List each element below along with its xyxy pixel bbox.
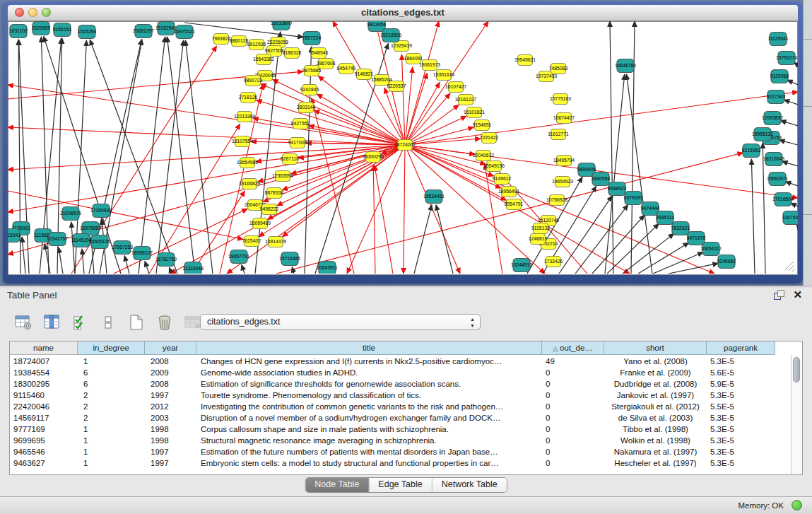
graph-node[interactable]: 9890723 bbox=[244, 76, 263, 86]
graph-node[interactable]: 2935114 bbox=[656, 211, 674, 225]
table-cell[interactable]: 0 bbox=[542, 435, 604, 446]
table-cell[interactable]: 9699695 bbox=[10, 435, 78, 446]
graph-node[interactable]: 8471676 bbox=[687, 232, 706, 245]
graph-node[interactable]: 8954791 bbox=[505, 199, 524, 210]
graph-node[interactable]: 17359939 bbox=[90, 204, 112, 218]
table-cell[interactable]: Embryonic stem cells: a model to study s… bbox=[196, 457, 542, 469]
graph-node[interactable]: 9548546 bbox=[310, 48, 329, 59]
table-cell[interactable]: 0 bbox=[542, 457, 604, 469]
table-row[interactable]: 2242004622012Investigating the contribut… bbox=[10, 401, 791, 412]
graph-node[interactable]: 15958131 bbox=[752, 128, 773, 141]
graph-node[interactable]: 13505135 bbox=[89, 235, 110, 249]
table-cell[interactable]: Tourette syndrome. Phenomenology and cla… bbox=[196, 390, 542, 401]
table-cell[interactable]: 2008 bbox=[145, 378, 196, 390]
table-cell[interactable]: Structural magnetic resonance image aver… bbox=[196, 435, 542, 446]
graph-node[interactable]: 9155151 bbox=[53, 23, 72, 37]
table-cell[interactable]: 1 bbox=[78, 435, 145, 446]
table-cell[interactable]: 1997 bbox=[145, 457, 196, 469]
table-cell[interactable]: 6 bbox=[78, 378, 145, 390]
show-column-icon[interactable] bbox=[42, 314, 61, 331]
network-canvas[interactable]: 1872400718300295280314412213364842755218… bbox=[8, 21, 798, 275]
memory-ok-icon[interactable] bbox=[792, 500, 802, 510]
graph-node[interactable]: 11129541 bbox=[767, 33, 788, 46]
tab-network-table[interactable]: Network Table bbox=[433, 478, 507, 492]
graph-node[interactable]: 15549196 bbox=[483, 161, 505, 172]
table-cell[interactable]: 5.5E-5 bbox=[707, 401, 775, 412]
column-header-in_degree[interactable]: in_degree bbox=[78, 341, 145, 355]
table-cell[interactable]: 2009 bbox=[145, 367, 196, 378]
tab-edge-table[interactable]: Edge Table bbox=[369, 478, 432, 492]
table-cell[interactable]: 5.9E-5 bbox=[707, 378, 775, 390]
graph-node[interactable]: 2620659 bbox=[32, 22, 51, 35]
table-cell[interactable]: 2 bbox=[78, 390, 145, 401]
graph-node[interactable]: 18495794 bbox=[553, 156, 575, 166]
graph-node[interactable]: 9129966 bbox=[770, 70, 789, 83]
graph-node[interactable]: 11145194 bbox=[71, 234, 91, 247]
close-panel-icon[interactable]: ✕ bbox=[793, 290, 802, 300]
graph-node[interactable]: 9245652 bbox=[717, 255, 736, 269]
table-cell[interactable]: Nakamura et al. (1997) bbox=[604, 446, 707, 457]
graph-node[interactable]: 16975887 bbox=[80, 222, 101, 235]
table-cell[interactable]: 6 bbox=[78, 367, 145, 378]
table-cell[interactable]: 5.3E-5 bbox=[707, 424, 775, 435]
graph-node[interactable]: 10654112 bbox=[700, 243, 722, 256]
graph-node[interactable]: 9149612 bbox=[493, 174, 512, 185]
table-cell[interactable]: 1 bbox=[78, 457, 145, 469]
table-cell[interactable]: Hescheler et al. (1997) bbox=[604, 457, 707, 469]
graph-node[interactable]: 16543382 bbox=[253, 54, 274, 65]
graph-node[interactable]: 15751074 bbox=[776, 52, 797, 65]
graph-node[interactable]: 7857224 bbox=[302, 32, 322, 45]
graph-node[interactable]: 1515294 bbox=[78, 25, 97, 39]
table-cell[interactable]: 5.3E-5 bbox=[707, 457, 775, 469]
select-columns-icon[interactable] bbox=[71, 314, 89, 331]
graph-node[interactable]: 19061973 bbox=[419, 60, 440, 71]
table-cell[interactable]: Wolkin et al. (1998) bbox=[604, 435, 707, 446]
graph-node[interactable]: 16099489 bbox=[249, 218, 271, 229]
graph-node[interactable]: 16101821 bbox=[464, 107, 485, 118]
table-cell[interactable]: de Silva et al. (2003) bbox=[604, 412, 707, 424]
graph-node[interactable]: 20643911 bbox=[317, 262, 338, 274]
graph-node[interactable]: 16210643 bbox=[763, 153, 784, 166]
column-header-short[interactable]: short bbox=[604, 341, 707, 355]
table-cell[interactable]: 2008 bbox=[145, 356, 196, 367]
table-cell[interactable]: 0 bbox=[542, 378, 604, 390]
graph-node[interactable]: 15351614 bbox=[433, 70, 454, 81]
column-header-out_de[interactable]: △out_de… bbox=[542, 341, 604, 355]
graph-node[interactable]: 9417004 bbox=[288, 138, 307, 148]
table-row[interactable]: 1938455462009Genome-wide association stu… bbox=[10, 367, 791, 378]
graph-node[interactable]: 9875685 bbox=[302, 66, 322, 76]
graph-node[interactable]: 1733426 bbox=[544, 257, 563, 267]
table-cell[interactable]: Jankovic et al. (1997) bbox=[604, 390, 707, 401]
table-row[interactable]: 969969511998Structural magnetic resonanc… bbox=[10, 435, 791, 446]
table-cell[interactable]: 0 bbox=[542, 424, 604, 435]
graph-node[interactable]: 17016504 bbox=[772, 193, 794, 206]
table-cell[interactable]: 5.6E-5 bbox=[707, 367, 775, 378]
graph-node[interactable]: 19549621 bbox=[514, 55, 536, 66]
graph-node[interactable]: 12342757 bbox=[47, 233, 68, 246]
graph-node[interactable]: 16033809 bbox=[271, 21, 292, 30]
table-cell[interactable]: 2 bbox=[78, 401, 145, 412]
graph-node[interactable]: 9154691 bbox=[473, 120, 492, 131]
graph-node[interactable]: 8912935 bbox=[247, 40, 266, 50]
graph-node[interactable]: 20681297 bbox=[133, 25, 154, 38]
table-row[interactable]: 977716911998Corpus callosum shape and si… bbox=[10, 424, 791, 435]
graph-node[interactable]: 1840954 bbox=[592, 173, 611, 186]
graph-node[interactable]: 20206576 bbox=[60, 207, 81, 221]
graph-node[interactable]: 16914479 bbox=[265, 237, 286, 247]
graph-node[interactable]: 11323448 bbox=[182, 262, 204, 274]
table-cell[interactable]: Corpus callosum shape and size in male p… bbox=[196, 424, 542, 435]
table-cell[interactable]: 0 bbox=[542, 401, 604, 412]
table-cell[interactable]: 5.3E-5 bbox=[707, 446, 775, 457]
table-cell[interactable]: 5.3E-5 bbox=[707, 356, 775, 367]
vertical-scrollbar[interactable] bbox=[791, 355, 802, 474]
graph-node[interactable]: 12353594 bbox=[272, 171, 293, 182]
graph-node[interactable]: 8878334 bbox=[265, 188, 284, 199]
table-cell[interactable]: 14569117 bbox=[10, 412, 78, 424]
graph-node[interactable]: 1248813 bbox=[529, 234, 548, 245]
graph-node[interactable]: 8860128 bbox=[230, 36, 249, 47]
table-cell[interactable]: 5.3E-5 bbox=[707, 390, 775, 401]
graph-node[interactable]: 8267110 bbox=[281, 154, 299, 165]
table-cell[interactable]: 9465546 bbox=[10, 446, 78, 457]
table-cell[interactable]: Franke et al. (2009) bbox=[604, 367, 707, 378]
table-row[interactable]: 911546021997Tourette syndrome. Phenomeno… bbox=[10, 390, 791, 401]
